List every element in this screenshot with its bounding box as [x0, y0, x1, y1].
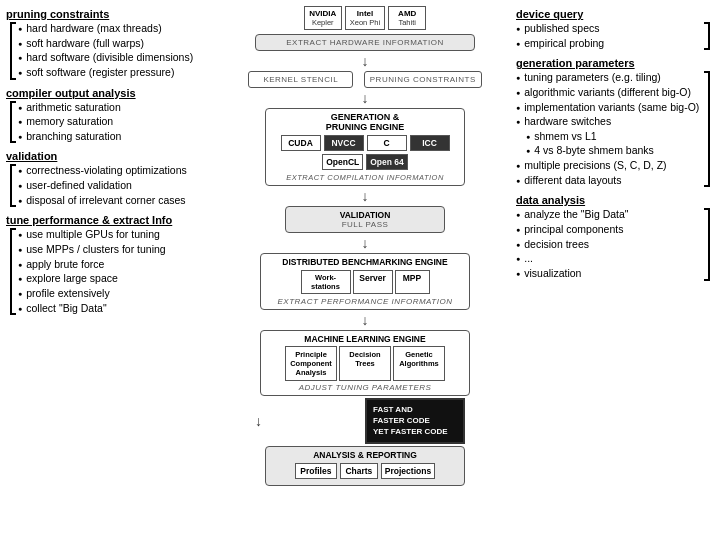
generation-brace: tuning parameters (e.g. tiling) algorith…	[516, 71, 710, 187]
left-column: pruning constraints hard hardware (max t…	[0, 0, 220, 540]
compiler-section: compiler output analysis arithmetic satu…	[6, 87, 214, 145]
distributed-inner: Work-stations Server MPP	[266, 267, 464, 297]
device-query-title: device query	[516, 8, 714, 20]
analysis-box: ANALYSIS & REPORTING Profiles Charts Pro…	[265, 446, 465, 486]
list-item: collect "Big Data"	[18, 302, 214, 316]
center-column: NVIDIA Kepler Intel Xeon Phi AMD Tahiti …	[220, 0, 510, 540]
dist-server: Server	[353, 270, 393, 294]
list-item: multiple precisions (S, C, D, Z)	[516, 159, 702, 173]
gen-inner-boxes: CUDA NVCC C ICC OpenCL Open 64	[269, 132, 461, 173]
ml-trees: Decision Trees	[339, 346, 391, 381]
list-item: explore large space	[18, 272, 214, 286]
list-item: arithmetic saturation	[18, 101, 214, 115]
pruning-list: hard hardware (max threads) soft hardwar…	[18, 22, 214, 80]
list-item: soft hardware (full warps)	[18, 37, 214, 51]
chip-intel: Intel Xeon Phi	[345, 6, 385, 30]
inner-open64: Open 64	[366, 154, 408, 170]
ml-inner: Principle Component Analysis Decision Tr…	[266, 344, 464, 383]
validation-section: validation correctness-violating optimiz…	[6, 150, 214, 208]
data-analysis-brace: analyze the "Big Data" principal compone…	[516, 208, 710, 280]
list-item: ...	[516, 252, 702, 266]
dist-mpp: MPP	[395, 270, 430, 294]
list-item: profile extensively	[18, 287, 214, 301]
list-item: user-defined validation	[18, 179, 214, 193]
gen-subtitle: PRUNING ENGINE	[269, 122, 461, 132]
list-item: hard software (divisible dimensions)	[18, 51, 214, 65]
gen-pruning-box: GENERATION & PRUNING ENGINE CUDA NVCC C …	[265, 108, 465, 186]
ml-pca: Principle Component Analysis	[285, 346, 337, 381]
list-item: branching saturation	[18, 130, 214, 144]
arrow-1: ↓	[362, 54, 369, 68]
tune-section: tune performance & extract Info use mult…	[6, 214, 214, 316]
pruning-brace: hard hardware (max threads) soft hardwar…	[10, 22, 214, 80]
arrow-fastcode-row: ↓ FAST AND FASTER CODE YET FASTER CODE	[255, 398, 475, 444]
generation-params-section: generation parameters tuning parameters …	[516, 57, 714, 188]
arrow-4: ↓	[362, 236, 369, 250]
list-item: correctness-violating optimizations	[18, 164, 214, 178]
data-analysis-title: data analysis	[516, 194, 714, 206]
list-item: implementation variants (same big-O)	[516, 101, 702, 115]
ml-box: MACHINE LEARNING ENGINE Principle Compon…	[260, 330, 470, 396]
validation-title: validation	[6, 150, 214, 162]
generation-list: tuning parameters (e.g. tiling) algorith…	[516, 71, 702, 187]
compiler-title: compiler output analysis	[6, 87, 214, 99]
validation-box: VALIDATION FULL PASS	[285, 206, 445, 233]
chip-amd: AMD Tahiti	[388, 6, 426, 30]
inner-c: C	[367, 135, 407, 151]
distributed-box: DISTRIBUTED BENCHMARKING ENGINE Work-sta…	[260, 253, 470, 310]
list-item: empirical probing	[516, 37, 702, 51]
list-item: algorithmic variants (different big-O)	[516, 86, 702, 100]
device-query-brace: published specs empirical probing	[516, 22, 710, 50]
list-item: different data layouts	[516, 174, 702, 188]
arrow-2: ↓	[362, 91, 369, 105]
center-flow: NVIDIA Kepler Intel Xeon Phi AMD Tahiti …	[220, 4, 510, 488]
generation-params-title: generation parameters	[516, 57, 714, 69]
list-item: soft software (register pressure)	[18, 66, 214, 80]
kernel-pruning-row: KERNEL STENCIL PRUNING CONSTRAINTS	[245, 69, 485, 90]
inner-opencl: OpenCL	[322, 154, 363, 170]
tune-title: tune performance & extract Info	[6, 214, 214, 226]
analysis-charts: Charts	[340, 463, 378, 479]
analysis-profiles: Profiles	[295, 463, 337, 479]
analysis-inner: Profiles Charts Projections	[271, 460, 459, 482]
fast-code-box: FAST AND FASTER CODE YET FASTER CODE	[365, 398, 465, 444]
arrow-5: ↓	[362, 313, 369, 327]
kernel-stencil-box: KERNEL STENCIL	[248, 71, 353, 88]
list-item: visualization	[516, 267, 702, 281]
list-item: apply brute force	[18, 258, 214, 272]
list-item: 4 vs 8-byte shmem banks	[516, 144, 702, 158]
pruning-title: pruning constraints	[6, 8, 214, 20]
inner-icc: ICC	[410, 135, 450, 151]
gen-title: GENERATION &	[269, 112, 461, 122]
data-analysis-section: data analysis analyze the "Big Data" pri…	[516, 194, 714, 281]
validation-list: correctness-violating optimizations user…	[18, 164, 214, 207]
ml-genetic: Genetic Algorithms	[393, 346, 445, 381]
list-item: tuning parameters (e.g. tiling)	[516, 71, 702, 85]
list-item: analyze the "Big Data"	[516, 208, 702, 222]
arrow-3: ↓	[362, 189, 369, 203]
inner-nvcc: NVCC	[324, 135, 364, 151]
pruning-constraints-box: PRUNING CONSTRAINTS	[364, 71, 482, 88]
list-item: disposal of irrelevant corner cases	[18, 194, 214, 208]
tune-list: use multiple GPUs for tuning use MPPs / …	[18, 228, 214, 315]
list-item: shmem vs L1	[516, 130, 702, 144]
validation-label: VALIDATION	[291, 210, 439, 220]
tune-brace: use multiple GPUs for tuning use MPPs / …	[10, 228, 214, 315]
compiler-brace: arithmetic saturation memory saturation …	[10, 101, 214, 144]
list-item: principal components	[516, 223, 702, 237]
compiler-list: arithmetic saturation memory saturation …	[18, 101, 214, 144]
list-item: hard hardware (max threads)	[18, 22, 214, 36]
dist-workstation: Work-stations	[301, 270, 351, 294]
data-analysis-list: analyze the "Big Data" principal compone…	[516, 208, 702, 280]
list-item: use multiple GPUs for tuning	[18, 228, 214, 242]
chip-nvidia: NVIDIA Kepler	[304, 6, 342, 30]
device-query-list: published specs empirical probing	[516, 22, 702, 50]
list-item: decision trees	[516, 238, 702, 252]
analysis-projections: Projections	[381, 463, 435, 479]
list-item: use MPPs / clusters for tuning	[18, 243, 214, 257]
extract-hw-box: Extract Hardware Information	[255, 34, 475, 51]
list-item: memory saturation	[18, 115, 214, 129]
device-query-section: device query published specs empirical p…	[516, 8, 714, 51]
right-column: device query published specs empirical p…	[510, 0, 720, 540]
inner-cuda: CUDA	[281, 135, 321, 151]
